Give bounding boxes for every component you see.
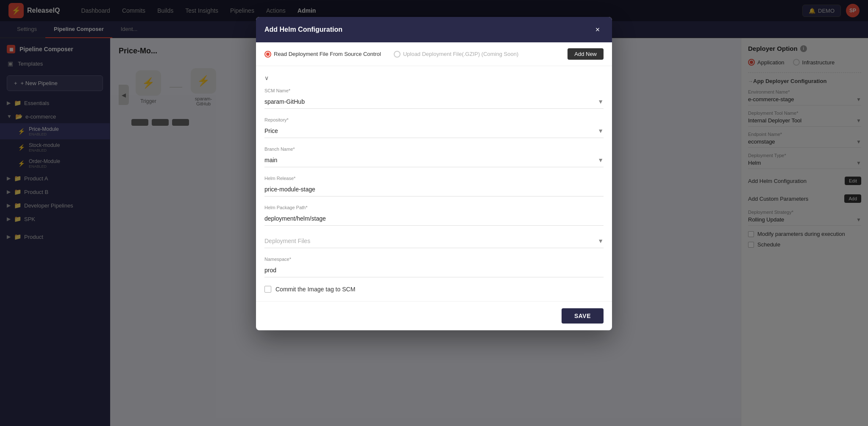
branch-dropdown-arrow: ▼ [598, 157, 604, 163]
scm-name-value: sparam-GitHub [264, 98, 305, 105]
radio-circle-source [264, 51, 271, 58]
add-new-button[interactable]: Add New [568, 48, 604, 60]
helm-release-input[interactable] [264, 183, 604, 196]
commit-checkbox-row[interactable]: Commit the Image tag to SCM [264, 286, 604, 293]
modal-overlay: Add Helm Configuration × Read Deployment… [0, 0, 868, 426]
repository-select[interactable]: Price ▼ [264, 124, 604, 138]
commit-checkbox[interactable] [264, 286, 271, 293]
repository-label: Repository* [264, 117, 604, 122]
helm-release-field: Helm Release* [264, 176, 604, 196]
save-button[interactable]: SAVE [562, 308, 604, 324]
expand-icon[interactable]: ∨ [264, 75, 604, 81]
commit-checkbox-label: Commit the Image tag to SCM [275, 286, 355, 293]
modal-title: Add Helm Configuration [264, 26, 342, 33]
namespace-input[interactable] [264, 263, 604, 277]
scm-name-label: SCM Name* [264, 88, 604, 93]
scm-dropdown-arrow: ▼ [598, 98, 604, 105]
deployment-files-field: Deployment Files ▼ [264, 234, 604, 248]
repository-value: Price [264, 127, 278, 134]
helm-release-label: Helm Release* [264, 176, 604, 181]
modal-header: Add Helm Configuration × [256, 17, 612, 42]
repository-field: Repository* Price ▼ [264, 117, 604, 138]
scm-name-select[interactable]: sparam-GitHub ▼ [264, 95, 604, 109]
repository-dropdown-arrow: ▼ [598, 127, 604, 134]
modal-body: ∨ SCM Name* sparam-GitHub ▼ Repository* … [256, 66, 612, 301]
branch-select[interactable]: main ▼ [264, 153, 604, 167]
namespace-label: Namespace* [264, 257, 604, 262]
upload-label: Upload Deployment File(.GZIP) (Coming So… [403, 51, 518, 57]
branch-value: main [264, 157, 277, 163]
branch-field: Branch Name* main ▼ [264, 147, 604, 167]
deployment-files-label: Deployment Files [264, 238, 310, 244]
add-helm-config-modal: Add Helm Configuration × Read Deployment… [256, 17, 612, 330]
radio-upload[interactable]: Upload Deployment File(.GZIP) (Coming So… [394, 51, 518, 58]
modal-close-button[interactable]: × [592, 24, 604, 36]
deployment-files-row[interactable]: Deployment Files ▼ [264, 234, 604, 248]
deployment-files-dropdown-arrow: ▼ [598, 238, 604, 244]
namespace-field: Namespace* [264, 257, 604, 277]
modal-subheader: Read Deployment File From Source Control… [256, 42, 612, 66]
scm-name-field: SCM Name* sparam-GitHub ▼ [264, 88, 604, 109]
helm-package-path-field: Helm Package Path* [264, 205, 604, 226]
radio-circle-upload [394, 51, 401, 58]
helm-package-path-label: Helm Package Path* [264, 205, 604, 210]
radio-source-control[interactable]: Read Deployment File From Source Control [264, 51, 381, 58]
branch-label: Branch Name* [264, 147, 604, 152]
helm-package-path-input[interactable] [264, 212, 604, 226]
modal-footer: SAVE [256, 301, 612, 330]
modal-radio-options: Read Deployment File From Source Control… [264, 51, 518, 58]
source-control-label: Read Deployment File From Source Control [274, 51, 381, 57]
